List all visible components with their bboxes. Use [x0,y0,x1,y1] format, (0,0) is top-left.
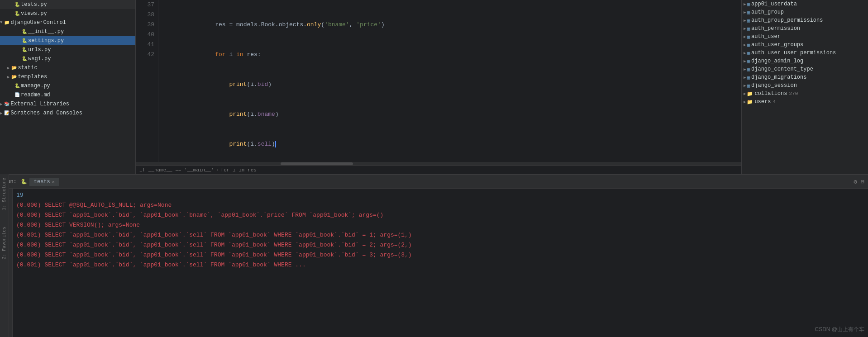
sidebar-item-urls-py[interactable]: 🐍 urls.py [0,45,135,54]
expand-arrow [744,43,746,47]
code-content[interactable]: res = models.Book.objects.only('bname', … [158,0,741,162]
python-file-icon: 🐍 [14,82,21,90]
expand-arrow [744,83,746,88]
db-item-auth-user[interactable]: ▦ auth_user [742,33,868,41]
md-file-icon: 📄 [14,91,21,99]
horizontal-scrollbar[interactable] [136,162,741,166]
expand-arrow [7,66,10,71]
db-item-auth-group[interactable]: ▦ auth_group [742,8,868,16]
sidebar-item-tests-py[interactable]: 🐍 tests.py [0,0,135,9]
sidebar-item-init-py[interactable]: 🐍 __init__.py [0,27,135,36]
sidebar-label: readme.md [21,92,50,98]
db-item-auth-permission[interactable]: ▦ auth_permission [742,24,868,33]
main-container: 🐍 tests.py 🐍 views.py 📁 djangoUserContro… [0,0,868,174]
sidebar-label: External Libraries [10,101,69,107]
db-count: 270 [789,91,798,96]
run-tab-label: tests [34,179,50,185]
breadcrumb-bar: if __name__ == '__main__' › for i in res [136,166,741,174]
structure-label-1[interactable]: 1: Structure [2,178,7,210]
db-item-django-admin-log[interactable]: ▦ django_admin_log [742,57,868,65]
sidebar-label: tests.py [21,1,47,8]
table-icon: ▦ [747,9,750,15]
structure-label-2[interactable]: 2: Favorites [2,227,7,259]
code-container: 37 38 39 ▶ 40 41 42 ● res = models.Book.… [136,0,741,162]
table-icon: ▦ [747,83,750,89]
sidebar-label: urls.py [28,47,51,53]
python-file-icon: 🐍 [21,37,28,44]
table-icon: ▦ [747,58,750,64]
table-icon: ▦ [747,34,750,40]
run-tab-tests[interactable]: tests ✕ [29,178,59,186]
expand-arrow [744,10,746,15]
sidebar-item-settings-py[interactable]: 🐍 settings.py [0,36,135,45]
run-body: ▶ ⏹ ↻ ↑ ↓ ≡ ✕ 19 (0.000) SELECT @@SQL_AU… [0,189,868,337]
folder-icon: 📁 [747,99,753,105]
sidebar-label: manage.py [21,83,50,89]
folder-icon: 📂 [10,73,18,81]
folder-icon: 📂 [10,64,18,71]
code-line-40: print(i.bid) [166,70,741,100]
sidebar-label: __init__.py [28,28,64,35]
sidebar-item-views-py[interactable]: 🐍 views.py [0,9,135,18]
folder-icon: 📁 [747,91,753,97]
expand-arrow [744,18,746,23]
table-icon: ▦ [747,1,750,7]
db-label: auth_user_user_permissions [751,50,836,56]
db-item-django-content-type[interactable]: ▦ django_content_type [742,65,868,73]
db-item-django-migrations[interactable]: ▦ django_migrations [742,73,868,81]
right-panel: ▦ app01_userdata ▦ auth_group ▦ auth_gro… [741,0,868,174]
restore-icon[interactable]: ⊟ [861,178,864,185]
db-item-users[interactable]: 📁 users 4 [742,98,868,106]
db-label: auth_permission [751,25,800,32]
expand-arrow [0,20,2,25]
close-tab-icon[interactable]: ✕ [52,179,55,185]
db-item-auth-user-permissions[interactable]: ▦ auth_user_user_permissions [742,49,868,57]
code-line-42: print(i.sell) [166,129,741,159]
db-label: auth_group [751,9,784,15]
db-item-app01-userdata[interactable]: ▦ app01_userdata [742,0,868,8]
breadcrumb-separator: › [216,167,219,173]
table-icon: ▦ [747,42,750,48]
sidebar-item-manage-py[interactable]: 🐍 manage.py [0,81,135,90]
settings-icon[interactable]: ⚙ [854,178,857,185]
table-icon: ▦ [747,66,750,72]
run-icon: 🐍 [20,178,28,185]
db-label: auth_user [751,33,781,40]
output-line-7: (0.001) SELECT `app01_book`.`bid`, `app0… [16,260,864,270]
watermark: CSDN @山上有个车 [815,326,864,333]
db-label: django_session [751,82,797,89]
sidebar-item-static[interactable]: 📂 static [0,63,135,72]
scratches-icon: 📝 [3,109,10,117]
line-num-37: 37 [139,0,154,10]
sidebar-item-external-libraries[interactable]: 📚 External Libraries [0,100,135,109]
line-num-40: 40 [139,30,154,40]
db-label: auth_user_groups [751,42,803,48]
db-label: django_migrations [751,74,806,81]
db-item-auth-user-groups[interactable]: ▦ auth_user_groups [742,41,868,49]
db-item-auth-group-permissions[interactable]: ▦ auth_group_permissions [742,16,868,24]
breadcrumb-item-2: for i in res [221,167,257,173]
sidebar-label: Scratches and Consoles [10,110,82,116]
db-label: users [754,99,771,105]
sidebar-item-wsgi-py[interactable]: 🐍 wsgi.py [0,54,135,63]
sidebar-item-templates[interactable]: 📂 templates [0,72,135,81]
line-num-38: 38 [139,10,154,20]
expand-arrow [744,91,746,96]
table-icon: ▦ [747,26,750,32]
structure-sidebar: 1: Structure 2: Favorites [0,174,9,337]
db-item-django-session[interactable]: ▦ django_session [742,81,868,90]
library-icon: 📚 [3,100,10,108]
line-num-39: 39 ▶ [139,20,154,30]
output-line-3: (0.000) SELECT VERSION(); args=None [16,220,864,230]
line-num-42: 42 ● [139,50,154,60]
expand-arrow [0,111,2,116]
db-count: 4 [773,99,776,104]
sidebar-label: djangoUserControl [10,19,66,26]
db-label: django_content_type [751,66,813,72]
sidebar-item-scratches[interactable]: 📝 Scratches and Consoles [0,109,135,118]
sidebar-item-readme[interactable]: 📄 readme.md [0,90,135,100]
db-label: collations [754,90,787,97]
sidebar-item-djangoUserControl[interactable]: 📁 djangoUserControl [0,18,135,27]
sidebar-label: views.py [21,10,47,17]
db-item-collations[interactable]: 📁 collations 270 [742,90,868,98]
